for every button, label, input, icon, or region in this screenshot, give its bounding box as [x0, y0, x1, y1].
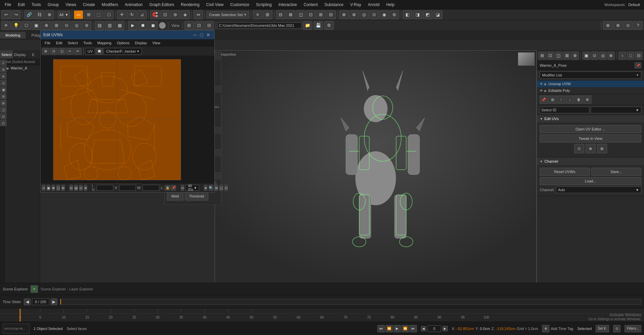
uv-grid-tb[interactable]: ⊟	[69, 185, 73, 191]
path-input[interactable]	[218, 22, 302, 29]
uv-v-input[interactable]	[119, 185, 136, 191]
bind-btn[interactable]: ⊕	[45, 10, 54, 19]
uv-menu-tools[interactable]: Tools	[80, 40, 95, 46]
play-start-btn[interactable]: ⏮	[377, 325, 385, 332]
mod-del-btn[interactable]: 🗑	[575, 96, 583, 104]
tb3[interactable]: ◫	[296, 10, 306, 19]
uv-menu-options[interactable]: Options	[114, 40, 132, 46]
fence-btn[interactable]: ⬡	[104, 10, 113, 19]
light3-btn[interactable]: ⬡	[21, 21, 31, 30]
vtb10[interactable]: ⊡	[0, 120, 6, 126]
menu-interactive[interactable]: Interactive	[275, 1, 300, 8]
menu-tools[interactable]: Tools	[28, 1, 44, 8]
uv-close-btn[interactable]: ✕	[205, 32, 212, 38]
vtb4[interactable]: ◎	[0, 80, 6, 86]
mod-pin-btn[interactable]: 📌	[540, 96, 548, 104]
tb16[interactable]: ◪	[433, 10, 442, 19]
move-btn[interactable]: ⊞	[84, 10, 93, 19]
uv-bottom-tb3[interactable]: ⊠	[52, 185, 55, 191]
uv-extra2-btn[interactable]: ◫	[219, 185, 223, 191]
tb4[interactable]: ⊡	[306, 10, 316, 19]
uv-minimize-btn[interactable]: ─	[192, 32, 198, 38]
modifier-list-dropdown[interactable]: Modifier List ▼	[540, 71, 641, 79]
view3-btn[interactable]: ⊟	[205, 21, 214, 30]
select-id-input[interactable]	[540, 107, 589, 113]
vtb7[interactable]: ⊠	[0, 100, 6, 106]
redo-btn[interactable]: ↪	[11, 10, 21, 19]
layer2-btn[interactable]: ⊞	[263, 10, 272, 19]
timeline[interactable]: 0 5 10 15 20 25 30 35 40 45 50 55 60 65 …	[0, 308, 644, 322]
mod-icon5[interactable]: ⊕	[571, 52, 579, 60]
menu-rendering[interactable]: Rendering	[177, 1, 203, 8]
scale-btn[interactable]: ⊿	[137, 10, 147, 19]
channel-header[interactable]: ▼ Channel	[537, 158, 644, 165]
modifier-unwrap-uvw[interactable]: 👁 ▶ Unwrap UVW	[537, 80, 644, 87]
mod-dup-btn[interactable]: ⊞	[548, 96, 556, 104]
frame-left-btn[interactable]: ◀	[421, 326, 426, 331]
snap3-btn[interactable]: ⊚	[170, 10, 180, 19]
anim1-btn[interactable]: ▶	[128, 21, 138, 30]
uv-relax-icon[interactable]: ⊕	[586, 144, 596, 153]
save-btn[interactable]: Save...	[591, 168, 642, 176]
uv-menu-mapping[interactable]: Mapping	[95, 40, 114, 46]
vtb3[interactable]: ⊗	[0, 73, 6, 79]
prev-frame-btn[interactable]: ◀	[24, 298, 31, 305]
uv-tb2[interactable]: ⊡	[50, 48, 57, 55]
light6-btn[interactable]: ⊞	[52, 21, 61, 30]
snap4-btn[interactable]: ◈	[180, 10, 190, 19]
tb10[interactable]: ⊙	[370, 10, 379, 19]
vtb6[interactable]: ⊞	[0, 93, 6, 99]
mod-sphere[interactable]: ○	[619, 52, 626, 60]
add-time-tag-icon[interactable]: ⊕	[542, 325, 549, 332]
uv-tb4[interactable]: ✂	[66, 48, 73, 55]
unlink-btn[interactable]: ⛓	[35, 10, 44, 19]
vtb2[interactable]: ⊕	[0, 66, 6, 72]
mod-conf-btn[interactable]: ⚙	[583, 96, 591, 104]
menu-views[interactable]: Views	[62, 1, 79, 8]
uv-label[interactable]: UV	[85, 48, 95, 55]
uv-menu-edit[interactable]: Edit	[53, 40, 65, 46]
transform-btn[interactable]: ✛	[117, 10, 126, 19]
menu-file[interactable]: File	[1, 1, 14, 8]
char2-btn[interactable]: ⊗	[613, 21, 623, 30]
mode-dropdown[interactable]: All ▼	[58, 11, 70, 18]
link-btn[interactable]: 🔗	[24, 10, 34, 19]
vol3-btn[interactable]: ▦	[115, 21, 124, 30]
tb11[interactable]: ◉	[380, 10, 389, 19]
uv-bottom-tb4[interactable]: ◫	[56, 185, 60, 191]
menu-help[interactable]: Help	[383, 1, 398, 8]
view1-btn[interactable]: ⊞	[184, 21, 194, 30]
tb14[interactable]: ◨	[413, 10, 422, 19]
tb9[interactable]: ◎	[360, 10, 369, 19]
tb8[interactable]: ⊗	[350, 10, 359, 19]
options-path-btn[interactable]: ⚙	[324, 21, 334, 30]
light8-btn[interactable]: ◎	[72, 21, 81, 30]
anim2-btn[interactable]: ⏹	[138, 21, 148, 30]
mod-move-down-btn[interactable]: ↓	[566, 96, 574, 104]
mirror-btn[interactable]: ⇔	[194, 10, 203, 19]
reset-uvws-btn[interactable]: Reset UVWs	[540, 168, 590, 176]
uv-snap-btn[interactable]: ⊕	[204, 185, 207, 191]
mod-icon9[interactable]: ⊗	[607, 52, 615, 60]
light1-btn[interactable]: ☀	[1, 21, 11, 30]
tb15[interactable]: ◩	[423, 10, 432, 19]
uv-menu-view[interactable]: View	[150, 40, 163, 46]
uv-extra3-btn[interactable]: ⊡	[224, 185, 228, 191]
vtb8[interactable]: ◫	[0, 107, 6, 113]
menu-substance[interactable]: Substance	[321, 1, 347, 8]
uv-pin-btn[interactable]: 📌	[171, 185, 176, 190]
uv-u-input[interactable]	[97, 185, 113, 191]
edit-uvs-header[interactable]: ▼ Edit UVs	[537, 115, 644, 122]
tb13[interactable]: ◧	[403, 10, 412, 19]
slider-dot[interactable]	[159, 22, 166, 29]
uv-grid-tb3[interactable]: ⊡	[79, 185, 83, 191]
menu-vray[interactable]: V-Ray	[347, 1, 365, 8]
mod-icon7[interactable]: ⊙	[591, 52, 599, 60]
tweak-in-view-btn[interactable]: Tweak In View	[540, 134, 641, 143]
uv-bottom-tb2[interactable]: ▣	[47, 185, 50, 191]
uv-editor-titlebar[interactable]: Edit UVWs ─ □ ✕	[41, 31, 214, 39]
filters-btn[interactable]: Filters...	[625, 325, 641, 332]
maxscript-mini[interactable]: MAXScript Mi...	[3, 324, 30, 334]
anim3-btn[interactable]: ◼	[148, 21, 158, 30]
vtb5[interactable]: ▣	[0, 87, 6, 93]
